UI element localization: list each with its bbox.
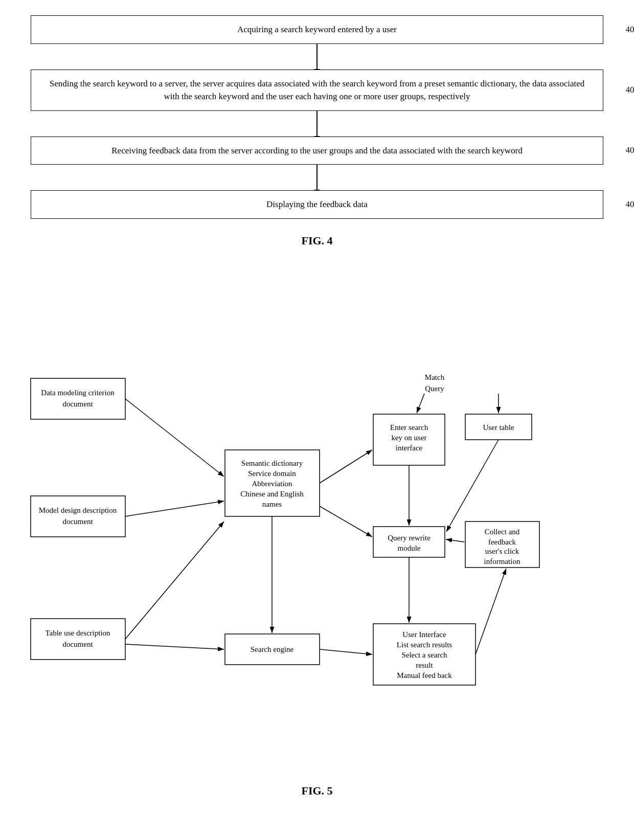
data-modeling-text2: document: [62, 400, 93, 408]
ui-text1: User Interface: [402, 630, 446, 639]
semantic-dict-text2: Service domain: [248, 469, 296, 478]
query-rewrite-text1: Query rewrite: [388, 534, 431, 542]
box-404-text: Displaying the feedback data: [266, 199, 368, 209]
arrow-usertable-to-rewrite: [446, 440, 499, 532]
table-use-text: Table use description: [45, 629, 110, 637]
match-label: Match: [425, 373, 445, 381]
arrow-semantic-to-rewrite: [320, 506, 372, 537]
model-design-box: [31, 496, 125, 537]
table-use-box: [31, 619, 125, 660]
enter-search-text1: Enter search: [390, 423, 428, 432]
ref-403: 403: [626, 144, 635, 157]
arrow-engine-to-ui: [320, 649, 372, 654]
arrow-model-to-semantic: [125, 501, 224, 516]
query-rewrite-text2: module: [398, 544, 421, 552]
ui-text5: Manual feed back: [397, 671, 452, 679]
semantic-dict-text4: Chinese and English: [240, 490, 304, 498]
collect-text4: information: [484, 557, 520, 565]
ui-text2: List search results: [397, 641, 452, 649]
box-401-text: Acquiring a search keyword entered by a …: [237, 25, 397, 34]
search-engine-text: Search engine: [251, 645, 294, 653]
arrow-query-to-enter: [417, 394, 424, 413]
ui-text4: result: [416, 661, 433, 669]
box-403: Receiving feedback data from the server …: [31, 137, 603, 165]
semantic-dict-text1: Semantic dictionary: [241, 459, 303, 467]
enter-search-text3: interface: [396, 444, 423, 452]
semantic-dict-text5: names: [262, 500, 282, 508]
arrow-ui-to-collect: [475, 569, 506, 654]
arrow-2: [316, 111, 318, 137]
fig5-section: Data modeling criterion document Model d…: [15, 348, 619, 798]
model-design-text2: document: [62, 517, 93, 526]
arrow-3: [316, 165, 318, 190]
fig5-title: FIG. 5: [15, 784, 619, 798]
collect-text3: user's click: [485, 547, 519, 555]
box-401: Acquiring a search keyword entered by a …: [31, 15, 603, 44]
enter-search-text2: key on user: [391, 434, 426, 442]
query-label: Query: [425, 384, 444, 393]
arrow-modeling-to-semantic: [125, 399, 224, 476]
box-402: Sending the search keyword to a server, …: [31, 70, 603, 111]
ui-text3: Select a search: [401, 651, 447, 659]
box-404: Displaying the feedback data 404: [31, 190, 603, 219]
arrow-table-to-semantic: [125, 521, 224, 639]
table-use-text2: document: [62, 640, 93, 648]
fig4-section: Acquiring a search keyword entered by a …: [31, 15, 603, 247]
arrow-table-to-engine: [125, 644, 224, 649]
arrow-semantic-to-enter: [320, 450, 372, 483]
ref-401: 401: [626, 23, 635, 36]
fig5-diagram: Data modeling criterion document Model d…: [15, 348, 619, 777]
collect-text2: feedback: [488, 538, 516, 546]
data-modeling-text: Data modeling criterion: [41, 389, 115, 397]
fig4-title: FIG. 4: [31, 234, 603, 247]
ref-402: 402: [626, 83, 635, 97]
arrow-1: [316, 44, 318, 70]
semantic-dict-text3: Abbreviation: [252, 480, 292, 488]
box-402-text: Sending the search keyword to a server, …: [50, 79, 585, 102]
model-design-text: Model design description: [39, 506, 117, 514]
arrow-collect-to-rewrite: [446, 539, 464, 542]
data-modeling-box: [31, 378, 125, 419]
collect-text1: Collect and: [485, 528, 520, 536]
box-403-text: Receiving feedback data from the server …: [111, 146, 522, 155]
ref-404: 404: [626, 198, 635, 211]
user-table-text: User table: [483, 423, 514, 432]
